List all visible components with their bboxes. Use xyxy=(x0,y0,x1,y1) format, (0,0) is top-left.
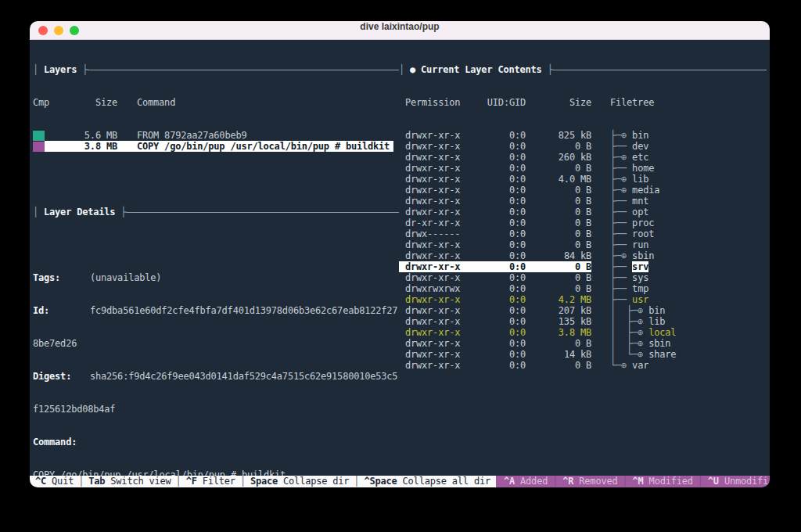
layer-row[interactable]: 5.6 MBFROM 8792aa27a60beb9 xyxy=(33,130,399,141)
separator: │ xyxy=(352,476,361,487)
file-uid-gid: 0:0 xyxy=(462,196,526,207)
filetree-row[interactable]: drwxr-xr-x0:04.2 MB├── usr xyxy=(399,294,767,305)
file-tree-cell: ├─⊕ etc xyxy=(591,152,648,163)
file-permission: drwxr-xr-x xyxy=(399,338,462,349)
file-uid-gid: 0:0 xyxy=(462,338,526,349)
id-line-wrap: 8be7ed26 xyxy=(33,338,399,349)
file-permission: drwxr-xr-x xyxy=(399,239,462,250)
file-name: srv xyxy=(632,261,648,272)
file-permission: drwxr-xr-x xyxy=(399,349,462,360)
command-column-header: Command xyxy=(137,97,175,108)
file-tree-cell: ├── dev xyxy=(591,141,648,152)
keybind-key: ^U xyxy=(708,476,719,487)
filetree-row[interactable]: drwxr-xr-x0:084 kB├─⊕ sbin xyxy=(399,250,767,261)
keybind-key: Space xyxy=(250,476,278,487)
file-uid-gid: 0:0 xyxy=(462,141,526,152)
filetree-row[interactable]: drwxr-xr-x0:0260 kB├─⊕ etc xyxy=(399,152,767,163)
file-uid-gid: 0:0 xyxy=(462,163,526,174)
maximize-button[interactable] xyxy=(70,26,79,35)
filetree-row[interactable]: drwxr-xr-x0:00 B├── opt xyxy=(399,207,767,217)
file-name: bin xyxy=(632,130,648,141)
file-permission: dr-xr-xr-x xyxy=(399,217,462,228)
filetree-panel-header: │ ● Current Layer Contents ├ xyxy=(399,64,767,75)
border-glyph: ├ xyxy=(548,64,553,75)
file-uid-gid: 0:0 xyxy=(462,349,526,360)
file-name: sbin xyxy=(648,338,670,349)
file-name: share xyxy=(648,349,676,360)
tree-branch-icon: ├── xyxy=(610,283,632,294)
file-size: 207 kB xyxy=(526,305,591,316)
filetree-row[interactable]: drwxr-xr-x0:00 B├─⊕ media xyxy=(399,185,767,196)
filetree-row[interactable]: drwxr-xr-x0:00 B├── srv xyxy=(399,261,767,272)
layers-list: 5.6 MBFROM 8792aa27a60beb93.8 MBCOPY /go… xyxy=(33,130,399,152)
file-permission: drwxr-xr-x xyxy=(399,272,462,283)
tree-branch-icon: ├── xyxy=(610,141,632,152)
filetree-row[interactable]: drwxrwxrwx0:00 B├── tmp xyxy=(399,283,767,294)
layer-color-swatch xyxy=(33,131,45,141)
command-label: Command: xyxy=(33,437,399,448)
filetree-row[interactable]: drwxr-xr-x0:00 B└─⊕ var xyxy=(399,360,767,371)
file-permission: drwxr-xr-x xyxy=(399,174,462,185)
filetree-row[interactable]: drwxr-xr-x0:00 B│ ├─⊕ sbin xyxy=(399,338,767,349)
file-tree-cell: │ └─⊕ share xyxy=(591,349,676,360)
file-size: 0 B xyxy=(526,239,591,250)
filetree-row[interactable]: drwx------0:00 B├── root xyxy=(399,228,767,239)
file-name: mnt xyxy=(632,196,648,207)
filetree-row[interactable]: drwxr-xr-x0:00 B├── dev xyxy=(399,141,767,152)
file-name: home xyxy=(632,163,654,174)
tree-branch-icon: ├─⊕ xyxy=(610,185,632,196)
filetree-row[interactable]: drwxr-xr-x0:00 B├── home xyxy=(399,163,767,174)
filetree-row[interactable]: drwxr-xr-x0:04.0 MB├─⊕ lib xyxy=(399,174,767,185)
file-uid-gid: 0:0 xyxy=(462,228,526,239)
header-rule xyxy=(553,70,767,70)
tags-value: (unavailable) xyxy=(90,272,161,283)
tree-branch-icon: └─⊕ xyxy=(610,360,632,371)
filetree-row[interactable]: drwxr-xr-x0:0135 kB│ ├─⊕ lib xyxy=(399,316,767,327)
file-name: local xyxy=(648,327,676,338)
keybind-key: ^A xyxy=(504,476,515,487)
filetree-row[interactable]: drwxr-xr-x0:00 B├── run xyxy=(399,239,767,250)
file-tree-cell: ├── opt xyxy=(591,207,648,217)
separator: │ xyxy=(620,476,629,487)
tree-branch-icon: ├── xyxy=(610,207,632,217)
filetree-row[interactable]: drwxr-xr-x0:014 kB│ └─⊕ share xyxy=(399,349,767,360)
header-rule xyxy=(126,212,399,213)
layer-details-header: │ Layer Details ├ xyxy=(33,207,399,217)
file-tree-cell: ├── home xyxy=(591,163,654,174)
filetree-row[interactable]: drwxr-xr-x0:0825 kB├─⊕ bin xyxy=(399,130,767,141)
file-tree-cell: │ ├─⊕ local xyxy=(591,327,676,338)
tree-branch-icon: ├── xyxy=(610,239,632,250)
filetree-row[interactable]: drwxr-xr-x0:00 B├── sys xyxy=(399,272,767,283)
tree-branch-icon: │ ├─⊕ xyxy=(610,305,648,316)
file-uid-gid: 0:0 xyxy=(462,272,526,283)
file-tree-cell: ├── tmp xyxy=(591,283,648,294)
file-permission: drwxr-xr-x xyxy=(399,130,462,141)
tree-branch-icon: ├── xyxy=(610,163,632,174)
layers-column-headers: Cmp Size Command xyxy=(33,97,399,108)
hint-switch-view: Tab Switch view xyxy=(85,476,174,487)
current-layer-contents-panel: │ ● Current Layer Contents ├ Permission … xyxy=(399,42,767,476)
minimize-button[interactable] xyxy=(54,26,63,35)
filetree-row[interactable]: drwxr-xr-x0:0207 kB│ ├─⊕ bin xyxy=(399,305,767,316)
file-tree-cell: ├── sys xyxy=(591,272,648,283)
file-name: root xyxy=(632,228,654,239)
digest-label: Digest: xyxy=(33,371,90,382)
window-title: dive laixintao/pup xyxy=(30,21,770,32)
file-name: sbin xyxy=(632,250,654,261)
file-name: usr xyxy=(632,294,648,305)
file-permission: drwxr-xr-x xyxy=(399,294,462,305)
layer-command: FROM 8792aa27a60beb9 xyxy=(137,130,247,141)
tree-branch-icon: ├── xyxy=(610,261,632,272)
filetree-row[interactable]: drwxr-xr-x0:03.8 MB│ ├─⊕ local xyxy=(399,327,767,338)
tree-branch-icon: │ ├─⊕ xyxy=(610,338,648,349)
filetree-row[interactable]: dr-xr-xr-x0:00 B├── proc xyxy=(399,217,767,228)
close-button[interactable] xyxy=(38,26,48,35)
cmp-column-header: Cmp xyxy=(33,97,45,108)
filetree-row[interactable]: drwxr-xr-x0:00 B├── mnt xyxy=(399,196,767,207)
tree-branch-icon: ├── xyxy=(610,228,632,239)
file-name: dev xyxy=(632,141,648,152)
file-name: lib xyxy=(648,316,665,327)
layer-row[interactable]: 3.8 MBCOPY /go/bin/pup /usr/local/bin/pu… xyxy=(33,141,399,152)
file-uid-gid: 0:0 xyxy=(462,360,526,371)
border-glyph: │ xyxy=(33,64,38,75)
